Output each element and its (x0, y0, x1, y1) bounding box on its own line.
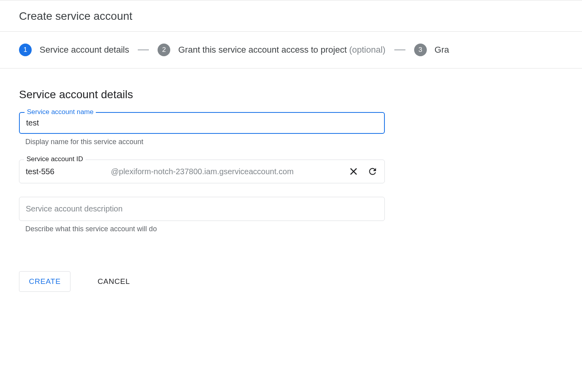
form-section: Service account details Service account … (0, 69, 404, 308)
step-connector (138, 49, 149, 50)
id-field-container[interactable]: Service account ID @plexiform-notch-2378… (19, 160, 385, 183)
step-3-label: Gra (435, 45, 449, 55)
button-row: CREATE CANCEL (19, 271, 385, 292)
name-field-wrapper: Service account name Display name for th… (19, 112, 385, 146)
clear-icon[interactable] (348, 166, 359, 177)
step-2-label-text: Grant this service account access to pro… (178, 45, 347, 55)
id-field-wrapper: Service account ID @plexiform-notch-2378… (19, 160, 385, 183)
page-header: Create service account (0, 0, 582, 32)
id-field-label: Service account ID (24, 155, 86, 163)
description-field-wrapper: Describe what this service account will … (19, 197, 385, 233)
name-field-container[interactable]: Service account name (19, 112, 385, 134)
service-account-description-input[interactable] (26, 204, 378, 213)
service-account-name-input[interactable] (26, 118, 378, 127)
description-field-container[interactable] (19, 197, 385, 221)
step-connector (394, 49, 405, 50)
step-1[interactable]: 1 Service account details (19, 44, 129, 56)
step-3-circle: 3 (414, 44, 427, 56)
page-title: Create service account (19, 10, 563, 23)
description-field-helper: Describe what this service account will … (19, 225, 385, 233)
create-button[interactable]: CREATE (19, 271, 70, 292)
step-1-label: Service account details (40, 45, 129, 55)
cancel-button[interactable]: CANCEL (88, 272, 139, 291)
stepper: 1 Service account details 2 Grant this s… (0, 32, 582, 69)
service-account-id-input[interactable] (26, 167, 111, 176)
refresh-icon[interactable] (367, 166, 378, 177)
step-2-circle: 2 (158, 44, 170, 56)
step-3[interactable]: 3 Gra (414, 44, 449, 56)
section-heading: Service account details (19, 88, 385, 101)
name-field-label: Service account name (25, 108, 96, 116)
id-field-suffix: @plexiform-notch-237800.iam.gserviceacco… (111, 167, 348, 176)
step-2[interactable]: 2 Grant this service account access to p… (158, 44, 385, 56)
step-1-circle: 1 (19, 44, 32, 56)
step-2-optional: (optional) (349, 45, 386, 55)
step-2-label: Grant this service account access to pro… (178, 45, 385, 55)
id-field-actions (348, 166, 378, 177)
name-field-helper: Display name for this service account (19, 138, 385, 146)
